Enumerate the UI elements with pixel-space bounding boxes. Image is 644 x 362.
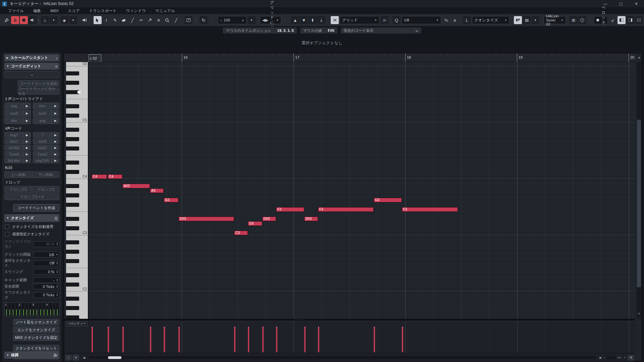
black-key[interactable]	[66, 161, 79, 165]
freeze-midi-quantize-button[interactable]: MIDI クオンタイズを固定	[13, 334, 59, 341]
chord-play-icon[interactable]: ▶	[23, 110, 31, 116]
midi-note-F3[interactable]: F3	[276, 207, 304, 212]
chord-play-icon[interactable]: ▶	[52, 145, 59, 150]
piano-key-D#5[interactable]	[66, 104, 88, 109]
velocity-bar-C4[interactable]	[108, 327, 109, 352]
menu-item-5[interactable]: ウィンドウ	[121, 8, 151, 13]
chord-play-icon[interactable]: ▶	[52, 103, 59, 109]
black-key[interactable]	[66, 315, 79, 319]
match-chord-track-button[interactable]: コードトラックに合わせる	[18, 88, 59, 95]
piano-key-A#2[interactable]	[66, 240, 88, 245]
open-lower-zone-icon[interactable]: ↙	[609, 16, 617, 24]
show-right-zone-button[interactable]	[626, 16, 634, 24]
piano-key-D#3[interactable]	[66, 217, 88, 221]
chord-button-7sus4[interactable]: 7sus4▶	[4, 151, 31, 157]
midi-note-G3[interactable]: G3	[164, 198, 178, 202]
black-key[interactable]	[66, 128, 79, 132]
chord-play-icon[interactable]: ▶	[52, 139, 59, 144]
audition-icon[interactable]	[81, 16, 89, 24]
midi-note-C4[interactable]: C4	[92, 174, 107, 179]
window-setup-icon[interactable]	[635, 16, 643, 24]
black-key[interactable]	[66, 250, 79, 254]
midi-note-C3[interactable]: C3	[234, 231, 248, 235]
chord-button-maj[interactable]: maj▶	[4, 103, 31, 109]
chord-play-icon[interactable]: ▶	[52, 118, 59, 124]
piano-key-C3[interactable]: C3	[66, 231, 88, 235]
midi-note-C4[interactable]: C4	[108, 174, 122, 179]
menu-item-4[interactable]: トランスポート	[85, 8, 121, 13]
piano-key-D2[interactable]	[66, 278, 88, 282]
close-button[interactable]: ✕	[629, 0, 644, 7]
chord-play-icon[interactable]: ▶	[23, 145, 31, 150]
snap-toggle[interactable]	[331, 16, 339, 24]
menu-item-2[interactable]: MIDI	[46, 9, 63, 13]
insert-velocity-field[interactable]: ↓ 100 ▲	[218, 16, 247, 24]
velocity-bar-C3[interactable]	[234, 327, 235, 352]
piano-key-B4[interactable]	[66, 123, 88, 127]
drum-map-icon[interactable]: ⊞	[570, 16, 578, 24]
piano-key-G1[interactable]	[66, 310, 88, 315]
piano-key-C#2[interactable]	[66, 282, 88, 287]
midi-note-D#3[interactable]: D#3	[304, 217, 318, 221]
scroll-up-icon[interactable]: ▲	[638, 56, 641, 59]
move-up-button[interactable]: ▲	[291, 16, 299, 24]
record-button[interactable]	[20, 16, 28, 24]
piano-key-G#5[interactable]	[66, 80, 88, 85]
drop24-button[interactable]: ドロップ2 + 4	[4, 193, 59, 200]
black-key[interactable]	[66, 240, 79, 244]
piano-key-B5[interactable]	[66, 66, 88, 71]
snap-type-dropdown[interactable]: グリッド ▼	[340, 16, 379, 24]
piano-key-B3[interactable]	[66, 179, 88, 184]
midi-note-A#3[interactable]: A#3	[122, 184, 150, 188]
piano-key-G4[interactable]	[66, 141, 88, 146]
note-canvas[interactable]: C4C4A#3A3G3D#3C3D3D#3F3D#3F3G3F3	[89, 62, 635, 319]
piano-key-B2[interactable]	[66, 235, 88, 240]
piano-key-A3[interactable]	[66, 188, 88, 193]
black-key[interactable]	[66, 217, 79, 221]
quantize-ends-button[interactable]: エンドをクオンタイズ	[13, 326, 59, 333]
quantize-preset-dropdown[interactable]: 1/8 ▼	[401, 16, 441, 24]
nudge-icon[interactable]: -|+	[380, 16, 388, 24]
chord-button-m7b5[interactable]: m7/b5▶	[4, 145, 31, 150]
piano-key-F5[interactable]	[66, 95, 88, 99]
black-key[interactable]	[66, 273, 79, 277]
chord-button-sus2[interactable]: sus2▶	[33, 110, 59, 117]
menu-item-1[interactable]: 編集	[29, 8, 46, 13]
zoom-out-icon[interactable]: −	[602, 356, 605, 359]
chord-button-maj7#5[interactable]: maj7/#5▶	[33, 158, 59, 163]
horizontal-scrollbar[interactable]	[89, 356, 596, 359]
piano-key-D5[interactable]	[66, 109, 88, 113]
section-quantize[interactable]: ▼ クオンタイズ Q	[4, 214, 59, 222]
glue-tool[interactable]	[146, 16, 154, 24]
chord-button-sus4[interactable]: sus4▶	[4, 110, 31, 117]
velocity-bar-G3[interactable]	[164, 327, 165, 352]
part-name-tab[interactable]: c 02	[89, 54, 101, 62]
piano-key-A4[interactable]	[66, 132, 88, 137]
chord-button-dim[interactable]: dim▶	[4, 117, 31, 124]
curve-tool[interactable]: ╱	[172, 16, 180, 24]
menu-item-6[interactable]: マニュアル	[151, 8, 180, 13]
piano-key-F#5[interactable]	[66, 90, 88, 95]
black-key[interactable]	[66, 193, 79, 197]
section-chord-edit[interactable]: ▼ コードエディット ≡	[4, 63, 59, 70]
piano-key-B1[interactable]	[66, 292, 88, 296]
note-expression-icon[interactable]: ◈	[60, 16, 68, 24]
instrument-dropdown[interactable]: HALion Sonic 02 ▼	[544, 16, 566, 24]
solo-button[interactable]: S	[11, 16, 19, 24]
piano-key-D#4[interactable]	[66, 160, 88, 165]
piano-key-C6[interactable]: C6	[66, 62, 88, 66]
velocity-bar-D#3[interactable]	[304, 327, 306, 352]
velocity-bar-G3[interactable]	[374, 327, 375, 352]
velocity-bar-F3[interactable]	[276, 327, 277, 352]
lane-select-dropdown[interactable]: ▼	[73, 355, 79, 360]
velocity-canvas[interactable]	[89, 321, 635, 353]
dropdown-icon[interactable]: ▼	[55, 253, 59, 256]
move-down-button[interactable]: ▼	[300, 16, 308, 24]
velocity-bar-D#3[interactable]	[262, 327, 264, 352]
spinner-icon[interactable]: ▲▼	[55, 270, 59, 274]
black-key[interactable]	[66, 184, 79, 188]
trim-tool[interactable]: ╱	[128, 16, 137, 24]
midi-note-F3[interactable]: F3	[402, 207, 458, 212]
vertical-scrollbar[interactable]	[637, 62, 641, 319]
erase-tool[interactable]	[120, 16, 128, 24]
